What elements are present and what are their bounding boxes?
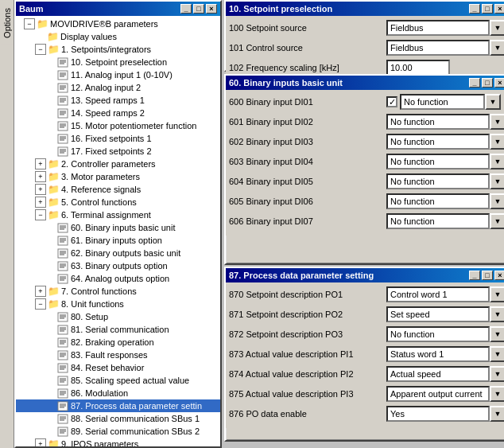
expand-icon-ipos[interactable]: + [35, 438, 46, 446]
expand-icon-reference[interactable]: + [35, 184, 46, 195]
tree-item-p87[interactable]: 87. Process data parameter settin [16, 399, 220, 412]
dropdown-btn-874[interactable]: ▼ [490, 366, 504, 382]
options-tab[interactable]: Options [1, 2, 14, 45]
panel87-maximize-btn[interactable]: □ [482, 271, 493, 280]
dropdown-btn-602[interactable]: ▼ [490, 134, 504, 150]
expand-placeholder-p60 [46, 222, 57, 233]
tree-label-movidrive: MOVIDRIVE®B parameters [50, 19, 158, 29]
svg-rect-0 [58, 58, 68, 67]
tree-item-p64[interactable]: 64. Analog outputs option [16, 272, 220, 285]
panel10-close-btn[interactable]: × [494, 4, 504, 14]
dropdown-btn-872[interactable]: ▼ [490, 326, 504, 342]
panel-87: 87. Process data parameter setting _ □ ×… [224, 267, 504, 442]
panel10-minimize-btn[interactable]: _ [469, 4, 480, 14]
tree-item-reference[interactable]: +📁4. Reference signals [16, 183, 220, 196]
tree-item-p10[interactable]: 10. Setpoint preselection [16, 56, 220, 68]
expand-placeholder-p85 [46, 375, 57, 386]
dropdown-btn-603[interactable]: ▼ [490, 154, 504, 169]
tree-item-display[interactable]: 📁Display values [16, 30, 220, 43]
dropdown-btn-100[interactable]: ▼ [490, 20, 504, 36]
svg-rect-44 [58, 262, 68, 271]
panel60-minimize-btn[interactable]: _ [469, 78, 480, 88]
tree-item-p15[interactable]: 15. Motor potentiometer function [16, 119, 220, 132]
tree-item-p14[interactable]: 14. Speed ramps 2 [16, 107, 220, 119]
tree-label-p64: 64. Analog outputs option [71, 274, 169, 283]
tree-item-p16[interactable]: 16. Fixed setpoints 1 [16, 132, 220, 145]
panel87-close-btn[interactable]: × [494, 271, 504, 280]
param-input-100: Fieldbus [386, 20, 490, 36]
param-value-wrap-871: Set speed▼ [386, 306, 504, 322]
dropdown-btn-604[interactable]: ▼ [490, 173, 504, 189]
collapse-icon-unit[interactable]: − [35, 298, 46, 310]
tree-item-setpoints[interactable]: −📁1. Setpoints/integrators [16, 43, 220, 56]
panel60-maximize-btn[interactable]: □ [482, 78, 493, 88]
dropdown-btn-870[interactable]: ▼ [490, 286, 504, 302]
tree-item-unit[interactable]: −📁8. Unit functions [16, 298, 220, 310]
tree-label-p60: 60. Binary inputs basic unit [71, 223, 175, 232]
param-label-870: 870 Setpoint description PO1 [229, 290, 386, 299]
tree-item-p63[interactable]: 63. Binary outputs option [16, 259, 220, 272]
tree-item-p88[interactable]: 88. Serial communication SBus 1 [16, 412, 220, 425]
panel10-maximize-btn[interactable]: □ [482, 4, 493, 14]
tree-item-p11[interactable]: 11. Analog input 1 (0-10V) [16, 68, 220, 81]
expand-placeholder-p14 [46, 107, 57, 119]
dropdown-btn-875[interactable]: ▼ [490, 386, 504, 402]
tree-item-p84[interactable]: 84. Reset behavior [16, 361, 220, 374]
tree-label-terminal: 6. Terminal assignment [61, 210, 151, 220]
tree-item-p85[interactable]: 85. Scaling speed actual value [16, 374, 220, 387]
tree-item-p86[interactable]: 86. Modulation [16, 387, 220, 399]
tree-item-p83[interactable]: 83. Fault responses [16, 349, 220, 361]
collapse-icon-terminal[interactable]: − [35, 209, 46, 220]
tree-item-p17[interactable]: 17. Fixed setpoints 2 [16, 145, 220, 158]
tree-item-p81[interactable]: 81. Serial communication [16, 323, 220, 336]
svg-rect-72 [58, 376, 68, 385]
tree-item-terminal[interactable]: −📁6. Terminal assignment [16, 208, 220, 221]
tree-item-p12[interactable]: 12. Analog input 2 [16, 81, 220, 94]
tree-item-p82[interactable]: 82. Braking operation [16, 336, 220, 349]
tree-label-p14: 14. Speed ramps 2 [71, 108, 145, 118]
doc-icon-p83 [57, 350, 68, 360]
tree-maximize-btn[interactable]: □ [193, 4, 204, 14]
tree-item-ipos[interactable]: +📁9. IPOS parameters [16, 438, 220, 446]
param-value-wrap-876: Yes▼ [386, 406, 504, 422]
tree-item-p60[interactable]: 60. Binary inputs basic unit [16, 221, 220, 234]
dropdown-btn-873[interactable]: ▼ [490, 346, 504, 362]
dropdown-btn-101[interactable]: ▼ [490, 40, 504, 56]
dropdown-btn-606[interactable]: ▼ [490, 213, 504, 229]
panel60-close-btn[interactable]: × [494, 78, 504, 88]
expand-placeholder-p12 [46, 82, 57, 93]
tree-item-p62[interactable]: 62. Binary outputs basic unit [16, 247, 220, 259]
panel87-title-buttons: _ □ × [469, 271, 504, 280]
tree-item-p89[interactable]: 89. Serial communication SBus 2 [16, 425, 220, 438]
doc-icon-p85 [57, 376, 68, 386]
tree-item-control_func[interactable]: +📁7. Control functions [16, 285, 220, 298]
tree-minimize-btn[interactable]: _ [180, 4, 192, 14]
checkbox-600[interactable]: ✓ [386, 96, 397, 107]
tree-label-control_func: 7. Control functions [61, 286, 137, 296]
tree-item-p13[interactable]: 13. Speed ramps 1 [16, 94, 220, 107]
dropdown-btn-871[interactable]: ▼ [490, 306, 504, 322]
expand-icon-controller[interactable]: + [35, 158, 46, 169]
dropdown-btn-600[interactable]: ▼ [485, 94, 501, 110]
panel87-titlebar: 87. Process data parameter setting _ □ × [226, 268, 504, 282]
collapse-icon-setpoints[interactable]: − [35, 44, 46, 55]
tree-label-p61: 61. Binary inputs option [71, 236, 162, 245]
tree-item-p80[interactable]: 80. Setup [16, 310, 220, 323]
expand-placeholder-p61 [46, 235, 57, 246]
dropdown-btn-605[interactable]: ▼ [490, 193, 504, 209]
dropdown-btn-601[interactable]: ▼ [490, 114, 504, 130]
tree-item-p61[interactable]: 61. Binary inputs option [16, 234, 220, 247]
expand-placeholder-p10 [46, 56, 57, 68]
tree-item-motor[interactable]: +📁3. Motor parameters [16, 170, 220, 183]
expand-icon-motor[interactable]: + [35, 171, 46, 182]
tree-close-btn[interactable]: × [206, 4, 217, 14]
expand-icon-control[interactable]: + [35, 197, 46, 208]
collapse-icon-movidrive[interactable]: − [24, 18, 35, 29]
dropdown-btn-876[interactable]: ▼ [490, 406, 504, 422]
freq-input-102[interactable]: 10.00 [386, 60, 450, 76]
tree-item-movidrive[interactable]: −📁MOVIDRIVE®B parameters [16, 18, 220, 30]
expand-icon-control_func[interactable]: + [35, 286, 46, 297]
panel87-minimize-btn[interactable]: _ [469, 271, 480, 280]
tree-item-controller[interactable]: +📁2. Controller parameters [16, 158, 220, 170]
tree-item-control[interactable]: +📁5. Control functions [16, 196, 220, 208]
